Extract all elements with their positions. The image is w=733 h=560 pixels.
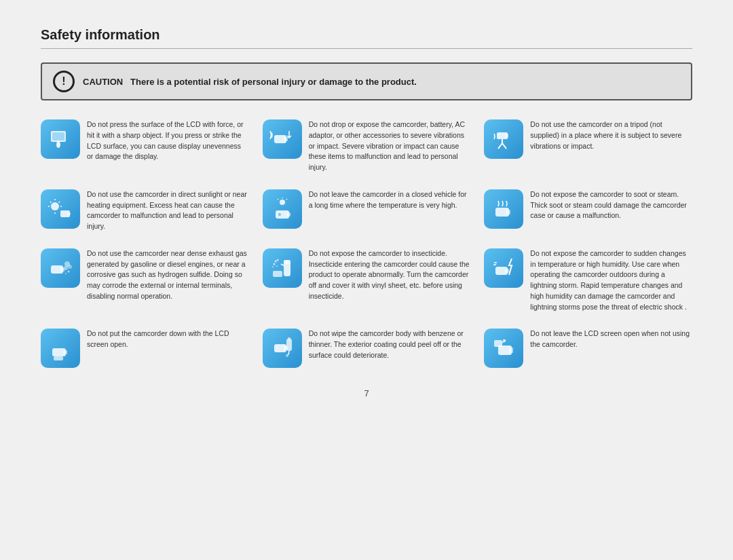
list-item: Do not leave the LCD screen open when no… <box>484 329 692 368</box>
list-item: Do not expose the camcorder to insectici… <box>263 248 471 313</box>
wipe-icon <box>263 329 302 368</box>
list-item: Do not use the camcorder on a tripod (no… <box>484 119 692 173</box>
lcd-open-icon <box>484 329 523 368</box>
lcd-down-icon <box>41 329 80 368</box>
list-item: Do not use the camcorder near dense exha… <box>41 248 249 313</box>
svg-rect-46 <box>505 269 509 273</box>
svg-line-17 <box>59 202 60 203</box>
svg-rect-54 <box>286 339 292 351</box>
item-text: Do not use the camcorder on a tripod (no… <box>530 119 692 151</box>
svg-point-41 <box>276 259 278 261</box>
svg-point-2 <box>56 141 60 148</box>
svg-rect-25 <box>286 212 290 217</box>
svg-point-26 <box>278 213 281 216</box>
svg-point-33 <box>64 266 68 270</box>
list-item: Do not wipe the camcorder body with benz… <box>263 329 471 368</box>
car-temp-icon <box>263 189 302 229</box>
lightning-icon <box>484 248 523 288</box>
caution-bar: ! CAUTION There is a potential risk of p… <box>41 62 692 100</box>
svg-rect-51 <box>54 356 63 360</box>
title-divider <box>41 48 692 49</box>
svg-point-39 <box>274 260 276 262</box>
svg-rect-59 <box>494 340 502 347</box>
svg-line-16 <box>50 202 52 203</box>
item-text: Do not wipe the camcorder body with benz… <box>309 329 471 360</box>
list-item: Do not expose the camcorder to sudden ch… <box>484 248 692 313</box>
svg-rect-1 <box>52 132 64 141</box>
svg-rect-37 <box>284 260 290 264</box>
steam-icon <box>484 189 523 229</box>
svg-point-56 <box>286 354 288 357</box>
svg-point-11 <box>51 202 59 210</box>
svg-point-40 <box>273 263 275 265</box>
item-text: Do not expose the camcorder to soot or s… <box>530 189 692 221</box>
svg-line-22 <box>278 199 278 200</box>
list-item: Do not press the surface of the LCD with… <box>41 119 249 173</box>
list-item: Do not use the camcorder in direct sunli… <box>41 189 249 232</box>
caution-text: CAUTION There is a potential risk of per… <box>83 77 417 87</box>
item-text: Do not leave the camcorder in a closed v… <box>309 189 471 211</box>
item-text: Do not press the surface of the LCD with… <box>87 119 249 162</box>
caution-icon: ! <box>53 71 75 92</box>
lcd-press-icon <box>41 119 80 159</box>
svg-rect-58 <box>509 348 513 353</box>
page-number: 7 <box>41 388 692 398</box>
item-text: Do not drop or expose the camcorder, bat… <box>309 119 471 173</box>
svg-rect-55 <box>288 337 290 340</box>
svg-line-10 <box>502 143 506 149</box>
svg-point-20 <box>280 200 285 205</box>
svg-point-43 <box>276 265 278 267</box>
svg-rect-50 <box>63 350 67 354</box>
svg-point-35 <box>65 273 67 274</box>
sun-icon <box>41 189 80 229</box>
svg-line-23 <box>286 199 287 200</box>
page-title: Safety information <box>41 27 692 43</box>
svg-line-38 <box>281 264 284 265</box>
svg-rect-7 <box>505 134 508 138</box>
exhaust-icon <box>41 248 80 288</box>
item-text: Do not expose the camcorder to insectici… <box>309 248 471 302</box>
item-text: Do not use the camcorder near dense exha… <box>87 248 249 302</box>
svg-rect-44 <box>273 271 282 277</box>
svg-rect-28 <box>506 210 510 214</box>
tripod-icon <box>484 119 523 159</box>
insecticide-icon <box>263 248 302 288</box>
list-item: Do not put the camcorder down with the L… <box>41 329 249 368</box>
item-text: Do not put the camcorder down with the L… <box>87 329 249 350</box>
svg-rect-5 <box>284 137 288 141</box>
item-text: Do not leave the LCD screen open when no… <box>530 329 692 350</box>
drop-icon <box>263 119 302 159</box>
svg-point-42 <box>272 266 274 267</box>
list-item: Do not leave the camcorder in a closed v… <box>263 189 471 232</box>
svg-rect-19 <box>67 212 71 215</box>
item-text: Do not expose the camcorder to sudden ch… <box>530 248 692 313</box>
svg-point-32 <box>68 265 72 269</box>
list-item: Do not expose the camcorder to soot or s… <box>484 189 692 232</box>
svg-line-9 <box>498 143 502 149</box>
svg-point-34 <box>68 270 70 272</box>
page: Safety information ! CAUTION There is a … <box>0 0 733 560</box>
item-text: Do not use the camcorder in direct sunli… <box>87 189 249 232</box>
list-item: Do not drop or expose the camcorder, bat… <box>263 119 471 173</box>
items-grid: Do not press the surface of the LCD with… <box>41 119 692 368</box>
